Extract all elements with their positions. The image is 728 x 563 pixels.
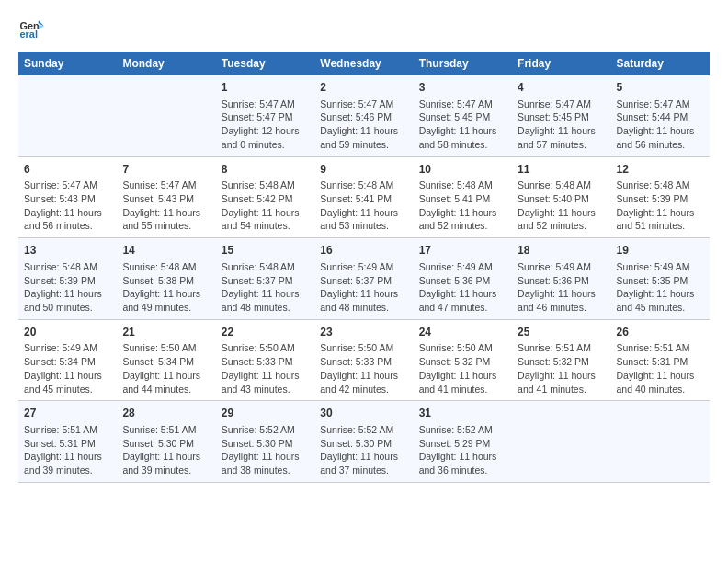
calendar-cell: 10Sunrise: 5:48 AMSunset: 5:41 PMDayligh… [414, 156, 512, 238]
calendar-cell: 25Sunrise: 5:51 AMSunset: 5:32 PMDayligh… [512, 319, 610, 401]
cell-info-line: Daylight: 11 hours and 58 minutes. [419, 125, 497, 150]
calendar-cell: 18Sunrise: 5:49 AMSunset: 5:36 PMDayligh… [512, 238, 610, 320]
cell-info-line: Sunset: 5:34 PM [24, 356, 96, 367]
cell-info-line: Daylight: 11 hours and 51 minutes. [617, 207, 695, 232]
cell-info-line: Daylight: 11 hours and 56 minutes. [617, 125, 695, 150]
calendar-cell: 31Sunrise: 5:52 AMSunset: 5:29 PMDayligh… [414, 401, 512, 483]
calendar-page: Gen eral SundayMondayTuesdayWednesdayThu… [0, 0, 728, 563]
calendar-table: SundayMondayTuesdayWednesdayThursdayFrid… [18, 52, 710, 483]
day-number: 3 [419, 80, 506, 96]
cell-info-line: Sunrise: 5:47 AM [320, 98, 393, 109]
calendar-cell [611, 401, 710, 483]
day-number: 21 [122, 325, 210, 340]
cell-info-line: Sunset: 5:30 PM [122, 438, 194, 449]
cell-info-line: Sunset: 5:32 PM [419, 356, 491, 367]
cell-info-line: Sunset: 5:29 PM [419, 438, 491, 449]
day-number: 4 [518, 80, 605, 96]
cell-info-line: Sunrise: 5:51 AM [24, 424, 97, 435]
cell-info-line: Sunset: 5:33 PM [222, 356, 293, 367]
cell-info-line: Daylight: 11 hours and 41 minutes. [518, 370, 596, 395]
calendar-cell: 17Sunrise: 5:49 AMSunset: 5:36 PMDayligh… [414, 238, 512, 320]
calendar-cell: 3Sunrise: 5:47 AMSunset: 5:45 PMDaylight… [414, 75, 512, 156]
calendar-cell: 22Sunrise: 5:50 AMSunset: 5:33 PMDayligh… [216, 319, 314, 401]
cell-info-line: Daylight: 11 hours and 57 minutes. [518, 125, 596, 150]
day-number: 6 [24, 162, 111, 178]
day-number: 19 [617, 243, 704, 259]
cell-info-line: Sunrise: 5:49 AM [518, 261, 591, 272]
day-number: 28 [122, 406, 210, 421]
day-number: 11 [518, 162, 605, 178]
calendar-cell: 20Sunrise: 5:49 AMSunset: 5:34 PMDayligh… [18, 319, 117, 401]
cell-info-line: Sunset: 5:37 PM [222, 275, 293, 286]
calendar-cell: 12Sunrise: 5:48 AMSunset: 5:39 PMDayligh… [611, 156, 710, 238]
cell-info-line: Sunrise: 5:49 AM [419, 261, 493, 272]
cell-info-line: Daylight: 11 hours and 36 minutes. [419, 451, 497, 476]
cell-info-line: Sunrise: 5:47 AM [617, 98, 690, 109]
day-number: 27 [24, 406, 111, 421]
header-day: Saturday [611, 52, 710, 75]
cell-info-line: Sunrise: 5:52 AM [320, 424, 393, 435]
cell-info-line: Daylight: 11 hours and 59 minutes. [320, 125, 398, 150]
page-header: Gen eral [18, 15, 710, 40]
cell-info-line: Sunset: 5:46 PM [320, 111, 392, 122]
cell-info-line: Sunset: 5:34 PM [122, 356, 194, 367]
cell-info-line: Sunrise: 5:48 AM [122, 261, 196, 272]
cell-info-line: Sunrise: 5:50 AM [419, 342, 493, 353]
cell-info-line: Sunset: 5:39 PM [24, 275, 96, 286]
cell-info-line: Sunrise: 5:51 AM [518, 342, 591, 353]
calendar-cell: 27Sunrise: 5:51 AMSunset: 5:31 PMDayligh… [18, 401, 117, 483]
cell-info-line: Sunrise: 5:48 AM [518, 179, 591, 190]
header-day: Monday [117, 52, 215, 75]
day-number: 12 [617, 162, 704, 178]
cell-info-line: Sunset: 5:39 PM [617, 193, 688, 204]
cell-info-line: Sunrise: 5:49 AM [320, 261, 393, 272]
calendar-week-row: 27Sunrise: 5:51 AMSunset: 5:31 PMDayligh… [18, 401, 710, 483]
day-number: 10 [419, 162, 506, 178]
cell-info-line: Sunset: 5:43 PM [122, 193, 194, 204]
cell-info-line: Sunrise: 5:47 AM [24, 179, 97, 190]
calendar-cell: 11Sunrise: 5:48 AMSunset: 5:40 PMDayligh… [512, 156, 610, 238]
calendar-cell: 19Sunrise: 5:49 AMSunset: 5:35 PMDayligh… [611, 238, 710, 320]
cell-info-line: Sunrise: 5:47 AM [419, 98, 493, 109]
calendar-cell: 30Sunrise: 5:52 AMSunset: 5:30 PMDayligh… [314, 401, 413, 483]
calendar-cell: 13Sunrise: 5:48 AMSunset: 5:39 PMDayligh… [18, 238, 117, 320]
logo-icon: Gen eral [18, 15, 44, 40]
day-number: 29 [222, 406, 309, 421]
cell-info-line: Sunrise: 5:49 AM [617, 261, 690, 272]
calendar-week-row: 6Sunrise: 5:47 AMSunset: 5:43 PMDaylight… [18, 156, 710, 238]
cell-info-line: Daylight: 11 hours and 50 minutes. [24, 288, 102, 313]
calendar-body: 1Sunrise: 5:47 AMSunset: 5:47 PMDaylight… [18, 75, 710, 482]
cell-info-line: Sunset: 5:37 PM [320, 275, 392, 286]
calendar-cell: 5Sunrise: 5:47 AMSunset: 5:44 PMDaylight… [611, 75, 710, 156]
cell-info-line: Daylight: 11 hours and 44 minutes. [122, 370, 200, 395]
header-day: Tuesday [216, 52, 314, 75]
day-number: 25 [518, 325, 605, 340]
header-day: Wednesday [314, 52, 413, 75]
day-number: 5 [617, 80, 704, 96]
cell-info-line: Sunrise: 5:48 AM [419, 179, 493, 190]
calendar-cell: 21Sunrise: 5:50 AMSunset: 5:34 PMDayligh… [117, 319, 215, 401]
cell-info-line: Sunrise: 5:48 AM [24, 261, 97, 272]
cell-info-line: Sunrise: 5:48 AM [222, 261, 295, 272]
cell-info-line: Sunset: 5:40 PM [518, 193, 589, 204]
calendar-cell [117, 75, 215, 156]
calendar-cell: 8Sunrise: 5:48 AMSunset: 5:42 PMDaylight… [216, 156, 314, 238]
header-day: Sunday [18, 52, 117, 75]
day-number: 9 [320, 162, 407, 178]
cell-info-line: Sunrise: 5:47 AM [222, 98, 295, 109]
cell-info-line: Sunset: 5:41 PM [419, 193, 491, 204]
cell-info-line: Sunrise: 5:47 AM [518, 98, 591, 109]
cell-info-line: Sunset: 5:31 PM [617, 356, 688, 367]
calendar-cell: 26Sunrise: 5:51 AMSunset: 5:31 PMDayligh… [611, 319, 710, 401]
day-number: 24 [419, 325, 506, 340]
cell-info-line: Daylight: 11 hours and 41 minutes. [419, 370, 497, 395]
calendar-week-row: 1Sunrise: 5:47 AMSunset: 5:47 PMDaylight… [18, 75, 710, 156]
cell-info-line: Sunrise: 5:48 AM [320, 179, 393, 190]
calendar-cell: 6Sunrise: 5:47 AMSunset: 5:43 PMDaylight… [18, 156, 117, 238]
day-number: 26 [617, 325, 704, 340]
day-number: 14 [122, 243, 210, 259]
cell-info-line: Sunset: 5:45 PM [419, 111, 491, 122]
calendar-cell: 24Sunrise: 5:50 AMSunset: 5:32 PMDayligh… [414, 319, 512, 401]
cell-info-line: Daylight: 11 hours and 37 minutes. [320, 451, 398, 476]
cell-info-line: Daylight: 11 hours and 47 minutes. [419, 288, 497, 313]
